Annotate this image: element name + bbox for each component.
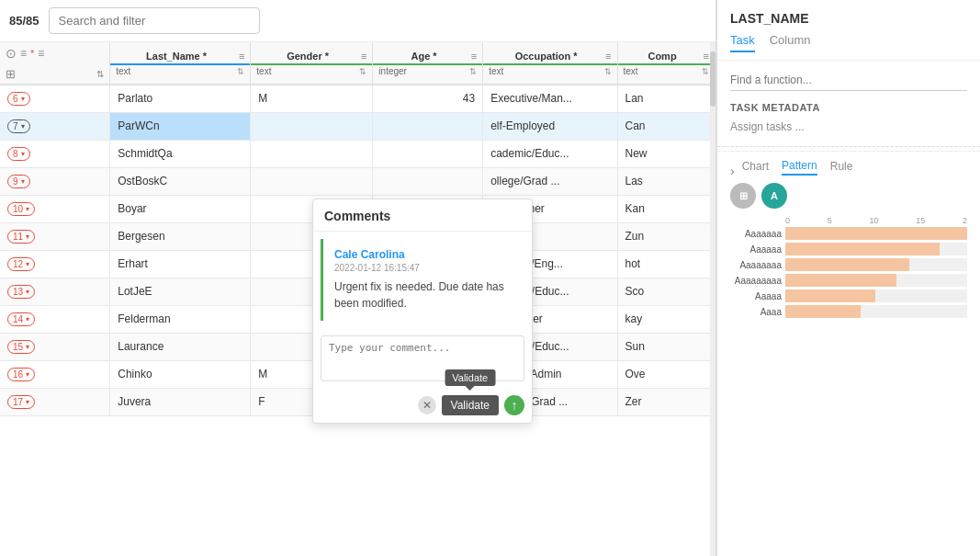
- expand-all-icon[interactable]: ⊙: [6, 46, 17, 61]
- row-menu-icon[interactable]: ≡: [20, 47, 27, 60]
- submit-cursor-icon[interactable]: ↑: [504, 395, 524, 415]
- cell-gender[interactable]: [251, 112, 373, 140]
- col-menu-age[interactable]: ≡: [471, 51, 477, 62]
- cell-comp[interactable]: Can: [617, 112, 715, 140]
- cell-age[interactable]: [373, 112, 483, 140]
- bar-row: Aaaaaa: [730, 243, 967, 255]
- tab-rule[interactable]: Rule: [830, 160, 853, 175]
- row-badge[interactable]: 13 ▾: [7, 285, 35, 299]
- bar-row: Aaaaaaaaa: [730, 274, 967, 287]
- bar-fill: [785, 305, 861, 318]
- row-badge[interactable]: 15 ▾: [7, 340, 35, 354]
- row-num-cell: 13 ▾: [0, 278, 110, 305]
- row-badge[interactable]: 12 ▾: [7, 257, 35, 271]
- tab-pattern[interactable]: Pattern: [782, 159, 817, 176]
- cell-comp[interactable]: Sun: [617, 333, 715, 360]
- sort-row-icon[interactable]: ⇅: [96, 69, 104, 79]
- bar-label: Aaaaaaa: [730, 229, 782, 239]
- row-num-cell: 17 ▾: [0, 388, 110, 415]
- validate-wrapper: Validate Validate: [442, 395, 499, 415]
- cell-comp[interactable]: hot: [617, 250, 715, 278]
- sort-lastname[interactable]: ⇅: [237, 67, 244, 76]
- cell-lastname[interactable]: ParWCn: [110, 112, 251, 140]
- assign-tasks-text: Assign tasks ...: [730, 120, 967, 133]
- col-menu2-icon[interactable]: ≡: [38, 47, 44, 60]
- tab-chart[interactable]: Chart: [742, 160, 769, 175]
- cell-comp[interactable]: Ove: [617, 360, 715, 388]
- search-input[interactable]: [49, 7, 260, 34]
- cell-occupation[interactable]: cademic/Educ...: [483, 140, 617, 167]
- row-badge[interactable]: 7 ▾: [7, 119, 30, 133]
- tab-task[interactable]: Task: [730, 33, 755, 52]
- row-badge[interactable]: 6 ▾: [7, 92, 30, 106]
- col-header-comp: Comp ≡ text ⇅: [617, 42, 715, 85]
- col-menu-occupation[interactable]: ≡: [605, 51, 611, 62]
- cell-occupation[interactable]: elf-Employed: [483, 112, 617, 140]
- cell-lastname[interactable]: Boyar: [110, 195, 251, 222]
- cell-age[interactable]: [373, 140, 483, 167]
- sort-gender[interactable]: ⇅: [359, 67, 366, 76]
- row-badge[interactable]: 10 ▾: [7, 202, 35, 216]
- cell-comp[interactable]: Sco: [617, 278, 715, 305]
- cell-comp[interactable]: Zer: [617, 388, 715, 415]
- tab-column[interactable]: Column: [770, 33, 811, 52]
- cell-comp[interactable]: Las: [617, 167, 715, 195]
- grid-icon[interactable]: ⊞: [6, 67, 16, 81]
- validate-button[interactable]: Validate: [442, 395, 499, 415]
- cell-lastname[interactable]: Laurance: [110, 333, 251, 360]
- cell-lastname[interactable]: Chinko: [110, 360, 251, 388]
- scroll-thumb: [710, 51, 715, 107]
- cell-age[interactable]: 43: [373, 85, 483, 112]
- sort-age[interactable]: ⇅: [469, 67, 477, 76]
- row-num-cell: 9 ▾: [0, 167, 110, 195]
- table-row: 8 ▾SchmidtQacademic/Educ...New: [0, 140, 715, 167]
- record-count: 85/85: [9, 14, 39, 28]
- cell-comp[interactable]: Lan: [617, 85, 715, 112]
- cell-comp[interactable]: kay: [617, 305, 715, 333]
- row-badge[interactable]: 8 ▾: [7, 147, 30, 161]
- row-badge[interactable]: 9 ▾: [7, 175, 30, 188]
- bar-label: Aaaaaa: [730, 244, 782, 255]
- cell-lastname[interactable]: SchmidtQa: [110, 140, 251, 167]
- sort-comp[interactable]: ⇅: [702, 67, 709, 76]
- cell-gender[interactable]: M: [251, 85, 373, 112]
- cancel-comment-button[interactable]: ✕: [418, 396, 436, 414]
- row-badge[interactable]: 17 ▾: [7, 395, 35, 409]
- table-row: 6 ▾ParlatoM43Executive/Man...Lan: [0, 85, 715, 112]
- scroll-indicator[interactable]: [710, 42, 715, 556]
- cell-gender[interactable]: [251, 167, 373, 195]
- col-menu-comp[interactable]: ≡: [704, 51, 709, 62]
- left-panel: 85/85 ⊙ ≡ * ≡: [0, 0, 716, 556]
- cell-lastname[interactable]: Bergesen: [110, 222, 251, 250]
- cell-lastname[interactable]: Felderman: [110, 305, 251, 333]
- cell-lastname[interactable]: LotJeE: [110, 278, 251, 305]
- cell-occupation[interactable]: ollege/Grad ...: [483, 167, 617, 195]
- row-badge[interactable]: 14 ▾: [7, 312, 35, 326]
- row-badge[interactable]: 11 ▾: [7, 230, 35, 244]
- cell-lastname[interactable]: OstBoskC: [110, 167, 251, 195]
- cell-lastname[interactable]: Parlato: [110, 85, 251, 112]
- row-badge[interactable]: 16 ▾: [7, 368, 35, 381]
- cell-comp[interactable]: Zun: [617, 222, 715, 250]
- pattern-icon-a[interactable]: A: [761, 183, 787, 209]
- cell-lastname[interactable]: Erhart: [110, 250, 251, 278]
- chevron-left-icon[interactable]: ›: [730, 164, 735, 178]
- col-menu-gender[interactable]: ≡: [361, 51, 366, 62]
- cell-occupation[interactable]: Executive/Man...: [483, 85, 617, 112]
- comment-entry: Cale Carolina 2022-01-12 16:15:47 Urgent…: [321, 239, 524, 321]
- cell-age[interactable]: [373, 167, 483, 195]
- cell-comp[interactable]: New: [617, 140, 715, 167]
- cell-gender[interactable]: [251, 140, 373, 167]
- row-num-cell: 10 ▾: [0, 195, 110, 222]
- pattern-icon-grid[interactable]: ⊞: [730, 183, 756, 209]
- cell-comp[interactable]: Kan: [617, 195, 715, 222]
- table-container: ⊙ ≡ * ≡ ⊞ ⇅: [0, 42, 715, 556]
- col-type-comp: text: [624, 66, 638, 76]
- find-function-input[interactable]: [730, 70, 967, 91]
- col-menu-lastname[interactable]: ≡: [239, 51, 244, 62]
- right-divider: [717, 146, 980, 147]
- row-num-cell: 14 ▾: [0, 305, 110, 333]
- bar-label: Aaaaa: [730, 291, 782, 301]
- sort-occupation[interactable]: ⇅: [604, 67, 612, 76]
- cell-lastname[interactable]: Juvera: [110, 388, 251, 415]
